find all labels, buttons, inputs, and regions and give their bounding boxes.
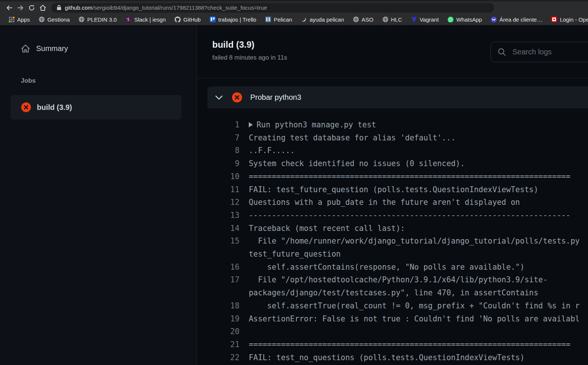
bookmark-item[interactable]: Login - OpenSt… <box>547 15 588 24</box>
bookmark-label: Slack | iesgn <box>134 16 166 23</box>
sidebar-job-build[interactable]: build (3.9) <box>10 95 181 120</box>
globe-icon <box>353 16 359 22</box>
line-number[interactable]: 1 <box>207 118 239 131</box>
bookmark-label: Vagrant <box>420 16 439 23</box>
log-text: File "/opt/hostedtoolcache/Python/3.9.1/… <box>249 273 547 299</box>
bookmark-item[interactable]: Apps <box>4 15 34 24</box>
line-number[interactable]: 18 <box>207 299 239 312</box>
bookmark-item[interactable]: ASO <box>349 15 378 24</box>
bookmark-item[interactable]: Vagrant <box>407 15 443 24</box>
bookmark-item[interactable]: WhatsApp <box>444 15 486 24</box>
apps-grid-icon <box>9 16 15 22</box>
search-logs-box[interactable] <box>490 42 588 62</box>
bookmark-label: trabajos | Trello <box>218 16 256 23</box>
log-text: self.assertTrue(real_count != 0, msg_pre… <box>249 299 580 312</box>
summary-label: Summary <box>36 44 68 53</box>
slack-icon <box>125 16 131 22</box>
log-text: FAIL: test_future_question (polls.tests.… <box>249 183 538 196</box>
bookmark-item[interactable]: GitHub <box>171 15 205 24</box>
line-number[interactable]: 15 <box>207 235 239 248</box>
line-number[interactable]: 10 <box>207 170 239 183</box>
log-text: FAIL: test_no_questions (polls.tests.Que… <box>249 351 525 364</box>
browser-toolbar: github.com/sergioib94/django_tutorial/ru… <box>0 1 588 14</box>
log-lines: 1Run python3 manage.py test7Creating tes… <box>207 108 588 364</box>
url-bar[interactable]: github.com/sergioib94/django_tutorial/ru… <box>51 3 494 13</box>
bookmark-label: Apps <box>17 16 30 23</box>
bookmark-item[interactable]: PLEDIN 3.0 <box>74 15 121 24</box>
log-line: 9System check identified no issues (0 si… <box>207 157 588 170</box>
bookmark-item[interactable]: Pelican <box>261 15 296 24</box>
bookmark-item[interactable]: ayuda pelican <box>297 15 348 24</box>
url-path: /sergioib94/django_tutorial/runs/1798211… <box>92 4 267 11</box>
url-text: github.com/sergioib94/django_tutorial/ru… <box>65 4 267 11</box>
log-line: 21======================================… <box>207 338 588 351</box>
line-number[interactable]: 21 <box>207 338 239 351</box>
log-text: File "/home/runner/work/django_tutorial/… <box>249 235 580 260</box>
pelican-icon <box>265 16 271 22</box>
bookmark-label: ayuda pelican <box>309 16 344 23</box>
bookmark-label: Área de cliente… <box>499 16 542 23</box>
log-line: 22FAIL: test_no_questions (polls.tests.Q… <box>207 351 588 364</box>
line-number[interactable]: 13 <box>207 209 239 222</box>
forward-button[interactable] <box>15 3 26 13</box>
bookmark-label: Pelican <box>274 16 292 23</box>
lock-icon <box>57 5 61 10</box>
home-icon <box>39 4 47 12</box>
sidebar-item-summary[interactable]: Summary <box>21 44 197 53</box>
bird-icon <box>301 16 307 22</box>
line-number[interactable]: 22 <box>207 351 239 364</box>
search-logs-input[interactable] <box>512 47 588 57</box>
failed-x-icon <box>21 102 31 112</box>
log-text: Questions with a pub_date in the future … <box>249 196 520 209</box>
log-line: 11FAIL: test_future_question (polls.test… <box>207 183 588 196</box>
chevron-down-icon <box>215 95 223 100</box>
url-host: github.com <box>65 4 92 11</box>
line-number[interactable]: 11 <box>207 183 239 196</box>
log-group-header[interactable]: Probar python3 <box>207 86 588 108</box>
bookmarks-bar: AppsGestionaPLEDIN 3.0Slack | iesgnGitHu… <box>0 14 588 25</box>
bookmark-label: HLC <box>391 16 402 23</box>
line-number[interactable]: 17 <box>207 273 239 286</box>
header-divider <box>197 78 588 78</box>
bookmark-label: GitHub <box>183 16 201 23</box>
line-number[interactable]: 8 <box>207 144 239 157</box>
line-number[interactable]: 12 <box>207 196 239 209</box>
line-number[interactable]: 9 <box>207 157 239 170</box>
reload-button[interactable] <box>26 3 37 13</box>
log-text: ========================================… <box>249 338 570 351</box>
expand-command-icon[interactable] <box>249 122 253 127</box>
bookmark-item[interactable]: HLC <box>378 15 406 24</box>
log-text: ----------------------------------------… <box>249 209 570 222</box>
line-number[interactable]: 16 <box>207 261 239 274</box>
log-line: 14Traceback (most recent call last): <box>207 222 588 235</box>
run-main-panel: build (3.9) failed 8 minutes ago in 11s … <box>197 25 588 365</box>
line-number[interactable]: 14 <box>207 222 239 235</box>
back-button[interactable] <box>4 3 15 13</box>
vagrant-icon <box>411 16 417 22</box>
log-text: System check identified no issues (0 sil… <box>249 157 465 170</box>
line-number[interactable]: 7 <box>207 131 239 145</box>
log-text: Traceback (most recent call last): <box>249 222 405 235</box>
job-label: build (3.9) <box>37 103 72 112</box>
globe-icon <box>382 16 388 22</box>
line-number[interactable]: 20 <box>207 325 239 338</box>
bookmark-label: WhatsApp <box>456 16 482 23</box>
home-button[interactable] <box>37 3 48 13</box>
bookmark-label: ASO <box>362 16 374 23</box>
log-line: 7Creating test database for alias 'defau… <box>207 131 588 145</box>
trello-icon <box>210 16 216 22</box>
log-line: 18 self.assertTrue(real_count != 0, msg_… <box>207 299 588 312</box>
jobs-heading: Jobs <box>21 77 197 85</box>
back-arrow-icon <box>6 4 13 12</box>
log-line: 1Run python3 manage.py test <box>207 118 588 131</box>
line-number[interactable]: 19 <box>207 312 239 326</box>
run-sidebar: Summary Jobs build (3.9) <box>0 25 197 365</box>
log-text: Creating test database for alias 'defaul… <box>249 131 455 145</box>
bookmark-item[interactable]: Slack | iesgn <box>121 15 170 24</box>
bookmark-item[interactable]: trabajos | Trello <box>206 15 260 24</box>
globe-icon <box>79 16 85 22</box>
globe-icon <box>39 16 45 22</box>
bookmark-item[interactable]: Gestiona <box>35 15 74 24</box>
bookmark-item[interactable]: Área de cliente… <box>487 15 546 24</box>
log-line: 19AssertionError: False is not true : Co… <box>207 312 588 326</box>
